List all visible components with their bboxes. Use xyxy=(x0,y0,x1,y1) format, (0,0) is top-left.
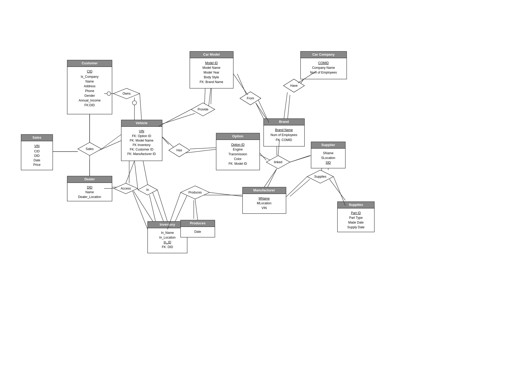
in-diamond: In xyxy=(138,185,157,195)
supplies-diamond-label: Supplies xyxy=(314,175,326,178)
linked-diamond: linked xyxy=(266,156,290,169)
produces-table-entity: Produces Date xyxy=(181,220,215,237)
brand-attr2: FK: COMID xyxy=(276,138,292,142)
svg-point-72 xyxy=(107,92,111,95)
option-title: Option xyxy=(232,134,243,138)
vehicle-title: Vehicle xyxy=(136,121,148,125)
option-attr3: Color xyxy=(234,157,242,161)
customer-pk: CID xyxy=(87,70,93,73)
car-model-title: Car Model xyxy=(203,52,220,56)
supplies-table-pk: Part ID xyxy=(351,211,361,215)
produces-diamond: Produces xyxy=(181,186,210,199)
car-model-attr3: Body Style xyxy=(204,75,219,79)
inventory-attr2: In_Location xyxy=(159,236,176,239)
car-company-attr1: Company Name xyxy=(312,66,335,70)
svg-line-73 xyxy=(140,94,142,120)
have-label: Have xyxy=(290,84,298,88)
svg-line-23 xyxy=(287,95,290,121)
customer-attr5: Gender xyxy=(84,94,95,98)
owns-diamond: Owns xyxy=(113,88,140,99)
car-company-title: Car Company xyxy=(312,52,335,56)
option-entity: Option Option ID Engine Transmission Col… xyxy=(216,133,260,170)
supplier-attr2: SLocation xyxy=(321,156,335,160)
svg-line-31 xyxy=(330,179,345,200)
svg-line-77 xyxy=(211,88,211,104)
car-model-entity: Car Model Model ID Model Name Model Year… xyxy=(190,51,233,88)
supplies-table-attr1: Part Type xyxy=(349,216,362,220)
sales-entity: Sales VIN CID DID Date Price xyxy=(21,134,53,170)
produces-table-title: Produces xyxy=(190,221,205,225)
car-model-attr2: Model Year xyxy=(204,71,219,74)
svg-line-75 xyxy=(190,148,216,149)
svg-line-87 xyxy=(333,177,345,206)
supplier-attr1: SName xyxy=(323,151,333,155)
car-model-attr1: Model Name xyxy=(202,66,220,70)
brand-title: Brand xyxy=(279,120,289,124)
car-model-attr4: FK: Brand Name xyxy=(200,80,223,84)
svg-line-76 xyxy=(158,109,191,127)
access-label: Access xyxy=(121,187,131,190)
customer-attr2: Name xyxy=(85,80,94,83)
svg-line-74 xyxy=(162,137,169,144)
produces-table-attr1: Date xyxy=(194,230,201,234)
svg-line-84 xyxy=(264,169,277,187)
dealer-pk: DID xyxy=(87,186,93,189)
vehicle-entity: Vehicle VIN FK: Option ID FK: Model Name… xyxy=(121,120,162,161)
svg-line-15 xyxy=(152,191,163,221)
inventory-attr1: In_Name xyxy=(161,231,174,235)
svg-line-21 xyxy=(256,103,266,119)
sales-attr-did: DID xyxy=(34,154,40,158)
sales-attr-price: Price xyxy=(33,163,41,167)
inventory-title: Inventory xyxy=(160,222,175,226)
svg-line-9 xyxy=(134,191,153,221)
manufacturer-attr1: MLocation xyxy=(257,201,271,205)
option-attr4: FK: Model ID xyxy=(229,162,247,166)
svg-line-95 xyxy=(195,199,198,220)
manufacturer-attr2: VIN xyxy=(262,206,267,210)
sales-attr-cid: CID xyxy=(34,149,40,153)
vehicle-pk: VIN xyxy=(139,129,144,133)
option-pk: Option ID xyxy=(231,143,245,147)
option-attr2: Transmission xyxy=(229,152,247,156)
brand-entity: Brand Brand Name Num of Employees FK: CO… xyxy=(264,119,304,146)
svg-line-12 xyxy=(186,149,219,153)
svg-point-6 xyxy=(132,101,137,105)
manufacturer-title: Manufacturer xyxy=(253,188,275,192)
supplies-table-attr3: Supply Date xyxy=(347,225,365,229)
customer-title: Customer xyxy=(82,61,98,65)
has-label: Has xyxy=(176,148,182,152)
sales-attr-date: Date xyxy=(33,158,40,162)
vehicle-attr4: FK: Customer ID xyxy=(130,148,153,151)
vehicle-attr5: FK: Manufacturer ID xyxy=(127,152,156,156)
in-label: In xyxy=(146,188,149,192)
car-model-pk: Model ID xyxy=(205,61,218,65)
svg-line-91 xyxy=(134,161,138,190)
supplies-table-title: Supplies xyxy=(349,203,363,207)
supplier-pk: SID xyxy=(326,161,331,164)
dealer-attr2: Dealer_Location xyxy=(78,195,101,199)
svg-line-83 xyxy=(290,156,311,162)
svg-line-92 xyxy=(157,190,167,221)
svg-line-90 xyxy=(133,191,148,229)
customer-entity: Customer CID Is_Company Name Address Pho… xyxy=(67,60,112,114)
from-label: From xyxy=(247,96,254,100)
brand-attr1: Num of Employees xyxy=(270,133,297,137)
svg-line-94 xyxy=(210,192,243,196)
dealer-title: Dealer xyxy=(84,177,95,181)
provide-label: Provide xyxy=(198,108,209,111)
vehicle-attr2: FK: Model Name xyxy=(130,139,153,142)
svg-line-85 xyxy=(286,177,307,197)
provide-diamond: Provide xyxy=(191,103,215,116)
inventory-attr3: FK: DID xyxy=(162,245,173,249)
produces-label: Produces xyxy=(188,191,202,194)
manufacturer-entity: Manufacturer MName MLocation VIN xyxy=(243,187,286,214)
svg-line-89 xyxy=(126,161,134,183)
customer-attr6: Annual_Income xyxy=(79,99,101,102)
svg-line-78 xyxy=(233,74,248,95)
sales-diamond: Sales xyxy=(78,142,101,156)
sales-pk: VIN xyxy=(34,144,40,148)
supplies-diamond: Supplies xyxy=(307,170,333,183)
svg-line-28 xyxy=(266,169,277,190)
svg-line-20 xyxy=(237,74,246,95)
vehicle-attr3: FK Inventory xyxy=(133,143,151,147)
